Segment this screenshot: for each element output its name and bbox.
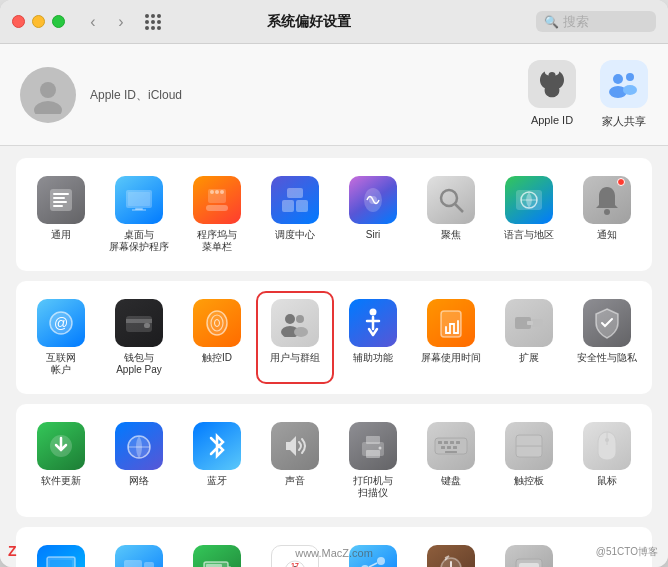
wallet-item[interactable]: 钱包与Apple Pay [102, 293, 176, 382]
section-1: 通用 桌面与屏幕保护程序 程序坞与菜单栏 [16, 158, 652, 271]
general-item[interactable]: 通用 [24, 170, 98, 259]
sound-item[interactable]: 声音 [258, 416, 332, 505]
svg-point-18 [220, 190, 224, 194]
svg-rect-58 [456, 441, 460, 444]
missioncontrol-item[interactable]: 调度中心 [258, 170, 332, 259]
touchid-icon [193, 299, 241, 347]
search-icon: 🔍 [544, 15, 559, 29]
network-item[interactable]: 网络 [102, 416, 176, 505]
network-icon [115, 422, 163, 470]
displays-item[interactable]: 显示器 [24, 539, 98, 567]
watermark-site: www.MacZ.com [295, 547, 373, 559]
software-icon [37, 422, 85, 470]
mouse-item[interactable]: 鼠标 [570, 416, 644, 505]
keyboard-item[interactable]: 键盘 [414, 416, 488, 505]
apple-id-button[interactable]: Apple ID [528, 60, 576, 129]
bluetooth-item[interactable]: 蓝牙 [180, 416, 254, 505]
svg-rect-19 [282, 200, 294, 212]
svg-rect-56 [444, 441, 448, 444]
profile-subtitle: Apple ID、iCloud [90, 87, 182, 104]
printer-item[interactable]: 打印机与扫描仪 [336, 416, 410, 505]
notifications-item[interactable]: 通知 [570, 170, 644, 259]
accessibility-item[interactable]: 辅助功能 [336, 293, 410, 382]
svg-point-29 [604, 209, 610, 215]
launchpad-label: 程序坞与菜单栏 [197, 229, 237, 253]
watermark-cto: @51CTO博客 [596, 545, 658, 559]
desktop-item[interactable]: 桌面与屏幕保护程序 [102, 170, 176, 259]
mouse-icon [583, 422, 631, 470]
close-button[interactable] [12, 15, 25, 28]
language-label: 语言与地区 [504, 229, 554, 241]
svg-point-41 [294, 327, 308, 337]
svg-rect-71 [144, 562, 154, 567]
internet-label: 互联网帐户 [46, 352, 76, 376]
svg-point-66 [605, 438, 609, 442]
svg-point-42 [370, 309, 377, 316]
language-item[interactable]: 语言与地区 [492, 170, 566, 259]
family-sharing-button[interactable]: 家人共享 [600, 60, 648, 129]
keyboard-icon [427, 422, 475, 470]
printer-label: 打印机与扫描仪 [353, 475, 393, 499]
battery-item[interactable]: 电池 [180, 539, 254, 567]
extensions-item[interactable]: 扩展 [492, 293, 566, 382]
spotlight-item[interactable]: 聚焦 [414, 170, 488, 259]
svg-point-53 [379, 447, 382, 450]
desktop-icon [115, 176, 163, 224]
siri-icon [349, 176, 397, 224]
avatar[interactable] [20, 67, 76, 123]
svg-rect-59 [441, 446, 445, 449]
svg-rect-21 [287, 188, 303, 198]
svg-rect-46 [527, 321, 533, 325]
minimize-button[interactable] [32, 15, 45, 28]
launchpad-item[interactable]: 程序坞与菜单栏 [180, 170, 254, 259]
bluetooth-icon [193, 422, 241, 470]
touchid-label: 触控ID [202, 352, 232, 364]
section-1-grid: 通用 桌面与屏幕保护程序 程序坞与菜单栏 [24, 170, 644, 259]
timemachine-item[interactable]: 时间机器 [414, 539, 488, 567]
spotlight-icon [427, 176, 475, 224]
general-icon [37, 176, 85, 224]
internet-item[interactable]: @ 互联网帐户 [24, 293, 98, 382]
startup-item[interactable]: 启动磁盘 [492, 539, 566, 567]
network-label: 网络 [129, 475, 149, 487]
svg-rect-55 [438, 441, 442, 444]
notifications-label: 通知 [597, 229, 617, 241]
main-window: ‹ › 系统偏好设置 🔍 Apple ID、iCloud [0, 0, 668, 567]
screentime-item[interactable]: 屏幕使用时间 [414, 293, 488, 382]
svg-point-1 [34, 101, 62, 114]
svg-rect-70 [124, 560, 142, 567]
family-sharing-icon [600, 60, 648, 108]
trackpad-label: 触控板 [514, 475, 544, 487]
svg-rect-68 [50, 560, 72, 567]
profile-section: Apple ID、iCloud Apple ID [0, 44, 668, 146]
startup-icon [505, 545, 553, 567]
internet-icon: @ [37, 299, 85, 347]
titlebar: ‹ › 系统偏好设置 🔍 [0, 0, 668, 44]
missioncontrol-label: 调度中心 [275, 229, 315, 241]
touchid-item[interactable]: 触控ID [180, 293, 254, 382]
bluetooth-label: 蓝牙 [207, 475, 227, 487]
family-sharing-label: 家人共享 [602, 114, 646, 129]
maximize-button[interactable] [52, 15, 65, 28]
search-input[interactable] [563, 14, 643, 29]
users-icon [271, 299, 319, 347]
svg-rect-61 [453, 446, 457, 449]
search-box[interactable]: 🔍 [536, 11, 656, 32]
handoff-item[interactable]: 随航 [102, 539, 176, 567]
window-title: 系统偏好设置 [81, 13, 536, 31]
svg-rect-52 [366, 450, 380, 458]
security-item[interactable]: 安全性与隐私 [570, 293, 644, 382]
users-item[interactable]: 用户与群组 [258, 293, 332, 382]
svg-rect-86 [519, 563, 539, 567]
svg-rect-34 [144, 323, 150, 328]
desktop-label: 桌面与屏幕保护程序 [109, 229, 169, 253]
software-item[interactable]: 软件更新 [24, 416, 98, 505]
printer-icon [349, 422, 397, 470]
trackpad-item[interactable]: 触控板 [492, 416, 566, 505]
sound-label: 声音 [285, 475, 305, 487]
siri-item[interactable]: Siri [336, 170, 410, 259]
users-label: 用户与群组 [270, 352, 320, 364]
apple-id-icon [528, 60, 576, 108]
displays-icon [37, 545, 85, 567]
battery-icon [193, 545, 241, 567]
